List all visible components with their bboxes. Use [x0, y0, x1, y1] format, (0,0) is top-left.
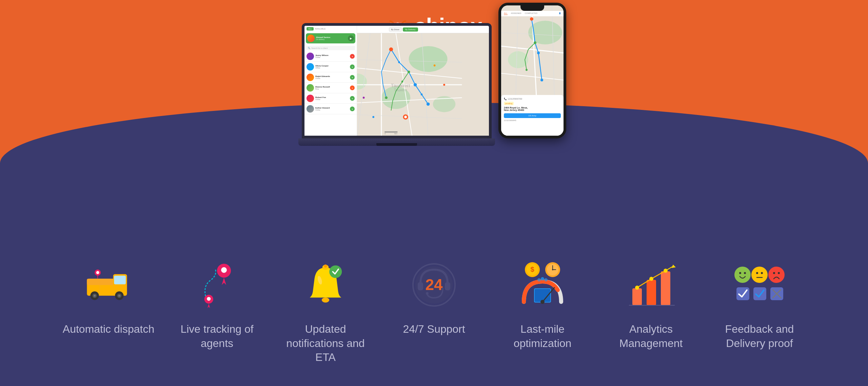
by-delivery-btn[interactable]: By Delivery	[403, 27, 418, 32]
driver-avatar-4	[307, 84, 314, 92]
svg-text:$: $	[530, 266, 534, 273]
driver-card-2[interactable]: Olivia Cooper Offline ●	[304, 62, 357, 72]
feedback-icon	[732, 258, 787, 312]
active-driver-action[interactable]: ▶	[348, 35, 354, 41]
phone-tab-all[interactable]: ALL	[504, 12, 508, 15]
svg-point-38	[404, 116, 407, 118]
live-tracking-label: Live tracking of agents	[170, 322, 264, 350]
svg-point-12	[409, 46, 448, 72]
driver-status-3: Online	[315, 77, 349, 79]
last-mile-label: Last-mile optimization	[495, 322, 590, 350]
svg-point-119	[773, 272, 775, 274]
driver-info-5: Robert Fox Online	[315, 96, 349, 100]
svg-rect-102	[632, 288, 642, 305]
svg-line-108	[666, 266, 673, 271]
driver-card-3[interactable]: Ralph Edwards Online ●	[304, 72, 357, 83]
svg-point-54	[540, 79, 543, 81]
svg-point-53	[537, 52, 540, 54]
phone-order-id: 📞 12315569789	[504, 98, 561, 100]
driver-badge-6: ●	[350, 107, 355, 111]
phone-notch	[520, 5, 544, 11]
driver-status-2: Offline	[315, 67, 349, 69]
svg-point-34	[363, 97, 365, 99]
phone-status-badge: pending	[504, 102, 514, 105]
svg-point-111	[734, 267, 751, 283]
svg-point-116	[761, 272, 763, 274]
svg-point-29	[385, 96, 388, 99]
phone-tab-assigned[interactable]: ASSIGNED	[511, 12, 521, 15]
truck-svg	[83, 268, 134, 302]
analytics-label: Analytics Management	[604, 322, 698, 350]
driver-info-4: Dianne Russell Busy	[315, 86, 349, 90]
driver-avatar-6	[307, 105, 314, 113]
driver-avatar-2	[307, 63, 314, 71]
svg-point-77	[324, 265, 327, 268]
svg-point-32	[401, 81, 403, 83]
all-filter-btn[interactable]: ALL	[307, 27, 314, 31]
svg-point-99	[537, 278, 541, 282]
svg-text:5km: 5km	[394, 133, 397, 135]
driver-badge-3: ●	[350, 75, 355, 80]
svg-point-120	[778, 272, 780, 274]
bell-svg	[305, 263, 346, 307]
auto-dispatch-label: Automatic dispatch	[63, 322, 154, 336]
svg-point-75	[207, 297, 211, 301]
headset-svg: 24	[410, 261, 458, 309]
svg-point-115	[756, 272, 758, 274]
analytics-icon	[624, 258, 678, 312]
svg-point-68	[96, 271, 99, 274]
by-driver-btn[interactable]: By Driver	[389, 27, 402, 32]
notifications-icon	[298, 258, 353, 312]
phone-tab-completed[interactable]: COMPLETED	[525, 12, 537, 15]
phone-directions-btn[interactable]: US Army	[504, 113, 561, 118]
driver-info-3: Ralph Edwards Online	[315, 75, 349, 79]
chart-svg	[626, 261, 676, 309]
svg-point-26	[414, 83, 417, 86]
svg-text:24: 24	[425, 276, 443, 293]
driver-card-6[interactable]: Esther Howard Online ●	[304, 104, 357, 114]
driver-badge-4: ●	[350, 85, 355, 90]
svg-rect-84	[418, 282, 423, 290]
svg-point-55	[534, 41, 536, 44]
svg-rect-104	[661, 271, 670, 305]
svg-point-56	[526, 69, 528, 71]
driver-search[interactable]: 🔍 Search for a client	[306, 46, 355, 50]
active-driver-card[interactable]: Ahmad Santos On delivery ▶	[306, 33, 355, 43]
phone-mockup: ALL ASSIGNED COMPLETED 👤 📞 12315569789 p…	[498, 3, 566, 138]
driver-card-5[interactable]: Robert Fox Online ●	[304, 93, 357, 104]
phone-screen: ALL ASSIGNED COMPLETED 👤 📞 12315569789 p…	[501, 5, 564, 136]
svg-point-52	[530, 17, 533, 21]
tracking-svg	[197, 261, 237, 309]
svg-text:0: 0	[384, 133, 386, 135]
driver-status-1: Online	[315, 56, 349, 58]
feature-analytics: Analytics Management	[597, 258, 705, 350]
search-icon: 🔍	[308, 47, 310, 49]
laptop-sidebar: ALL AVAILABLE Ahmad Santos On delivery	[304, 26, 357, 136]
gauge-svg: $	[517, 261, 568, 309]
map-city-label: Ташкент Тошкент	[391, 83, 411, 92]
svg-point-73	[221, 267, 227, 273]
svg-point-106	[649, 277, 653, 281]
driver-badge-2: ●	[350, 64, 355, 69]
driver-card-1[interactable]: Jenny Wilson Online ●	[304, 51, 357, 62]
svg-point-86	[426, 292, 429, 295]
svg-point-31	[421, 94, 423, 96]
driver-status-5: Online	[315, 98, 349, 100]
auto-dispatch-icon	[81, 258, 136, 312]
svg-point-33	[434, 64, 436, 66]
phone-status-row: pending	[504, 102, 561, 105]
active-driver-avatar	[307, 35, 315, 42]
svg-point-35	[443, 84, 445, 86]
features-row: Automatic dispatch Live tracking of	[0, 258, 868, 365]
svg-point-101	[544, 278, 548, 282]
active-driver-info: Ahmad Santos On delivery	[316, 36, 347, 40]
svg-point-36	[372, 116, 374, 118]
driver-search-wrapper: 🔍 Search for a client	[304, 45, 357, 51]
support-icon: 24	[407, 258, 461, 312]
feature-last-mile: $	[488, 258, 597, 350]
laptop-base	[298, 138, 495, 146]
svg-point-98	[540, 300, 545, 304]
toolbar-btn-group: By Driver By Delivery	[389, 27, 418, 32]
driver-card-4[interactable]: Dianne Russell Busy ●	[304, 83, 357, 93]
svg-rect-85	[445, 282, 450, 290]
